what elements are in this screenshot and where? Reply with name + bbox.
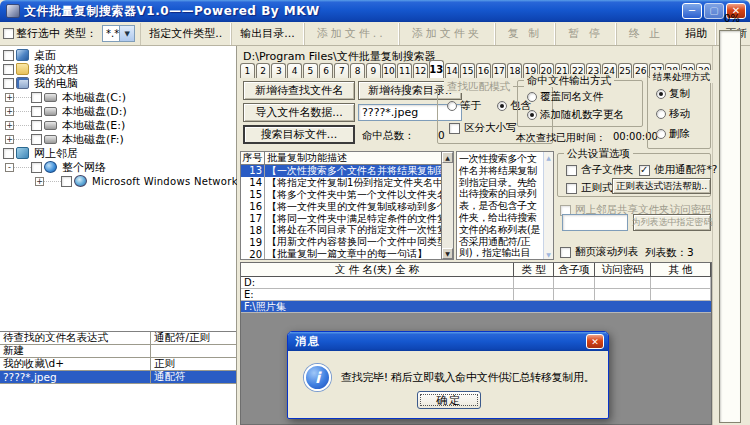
- tree-item[interactable]: 我的文档: [0, 62, 235, 76]
- tab-13[interactable]: 13: [429, 60, 444, 78]
- regex-checkbox[interactable]: [566, 183, 577, 194]
- radio-option[interactable]: 等于: [447, 99, 481, 113]
- radio-option[interactable]: 覆盖同名文件: [527, 90, 624, 104]
- tab-16[interactable]: 16: [476, 63, 491, 78]
- function-row[interactable]: 15【将多个文件夹中第一个文件以文件夹名重: [241, 189, 441, 201]
- file-table-row[interactable]: D:: [241, 277, 711, 289]
- radio-option[interactable]: 删除: [656, 127, 690, 141]
- expander-icon[interactable]: +: [5, 121, 14, 130]
- function-list-scrollbar[interactable]: ▲ ▼: [441, 152, 453, 259]
- tab-3[interactable]: 3: [271, 63, 286, 78]
- tree-item-checkbox[interactable]: [31, 106, 42, 117]
- toolbar-button[interactable]: 捐助: [676, 23, 716, 45]
- dropdown-arrow-icon[interactable]: ▼: [119, 26, 134, 41]
- pattern-row[interactable]: 我的收藏\d+正则: [0, 358, 236, 371]
- scroll-down-icon[interactable]: ▼: [442, 248, 453, 259]
- wildcard-option[interactable]: 使用通配符*?: [639, 163, 717, 177]
- function-row[interactable]: 18【将处在不同目录下的指定文件一次性复制: [241, 224, 441, 236]
- expander-icon[interactable]: +: [35, 177, 44, 186]
- tree-item-checkbox[interactable]: [3, 64, 14, 75]
- regex-help-button[interactable]: 正则表达式语法帮助..: [612, 178, 711, 194]
- tree-item-checkbox[interactable]: [3, 78, 14, 89]
- page-scroll-checkbox[interactable]: [560, 247, 571, 258]
- tab-5[interactable]: 5: [303, 63, 318, 78]
- tab-15[interactable]: 15: [460, 63, 475, 78]
- ok-button[interactable]: 确定: [417, 391, 481, 409]
- include-subfolder-option[interactable]: 含子文件夹: [566, 163, 634, 177]
- tab-6[interactable]: 6: [319, 63, 334, 78]
- desc-scroll-up-icon[interactable]: ▲: [544, 152, 553, 162]
- desc-scroll-down-icon[interactable]: ▼: [544, 249, 553, 259]
- include-subfolder-checkbox[interactable]: [566, 165, 577, 176]
- tab-4[interactable]: 4: [287, 63, 302, 78]
- tab-26[interactable]: 26: [633, 63, 648, 78]
- tab-18[interactable]: 18: [507, 63, 522, 78]
- add-filename-button[interactable]: 新增待查找文件名: [243, 81, 355, 100]
- file-table-body: D:E:F:\照片集: [241, 277, 711, 313]
- tree-item[interactable]: +本地磁盘(F:): [0, 132, 235, 146]
- minimize-button[interactable]: ─: [682, 3, 702, 19]
- regex-option[interactable]: 正则式: [566, 181, 613, 195]
- tree-item[interactable]: -整个网络: [0, 160, 235, 174]
- tree-item-checkbox[interactable]: [31, 162, 42, 173]
- function-row[interactable]: 13【一次性搜索多个文件名并将结果复制到指: [241, 165, 441, 177]
- wildcard-checkbox[interactable]: [639, 165, 650, 176]
- scroll-up-icon[interactable]: ▲: [442, 152, 453, 163]
- tree-item-checkbox[interactable]: [3, 148, 14, 159]
- toolbar-button: 添加文件..: [304, 23, 399, 45]
- tab-7[interactable]: 7: [334, 63, 349, 78]
- description-scrollbar[interactable]: ▲ ▼: [543, 152, 553, 259]
- select-whole-row-checkbox[interactable]: [3, 28, 14, 39]
- function-row[interactable]: 14【将指定文件复制1份到指定文件夹名中】: [241, 177, 441, 189]
- tab-25[interactable]: 25: [618, 63, 633, 78]
- tree-item[interactable]: 网上邻居: [0, 146, 235, 160]
- file-type-combo[interactable]: *.* ▼: [102, 25, 135, 42]
- page-scroll-option[interactable]: 翻页滚动列表: [560, 245, 638, 259]
- tree-item[interactable]: +本地磁盘(D:): [0, 104, 235, 118]
- radio-option[interactable]: 复制: [656, 87, 690, 101]
- tree-item-checkbox[interactable]: [3, 50, 14, 61]
- password-input[interactable]: [562, 214, 628, 231]
- tab-11[interactable]: 11: [397, 63, 412, 78]
- toolbar-button[interactable]: 指定文件类型..: [140, 23, 231, 45]
- toolbar-button[interactable]: 输出目录...: [231, 23, 304, 45]
- import-filenames-button[interactable]: 导入文件名数据...: [243, 103, 355, 122]
- tree-item-checkbox[interactable]: [31, 134, 42, 145]
- dialog-title-bar: 消息 ✕: [288, 332, 608, 351]
- dialog-close-button[interactable]: ✕: [586, 334, 604, 349]
- file-table-row[interactable]: F:\照片集: [241, 301, 711, 313]
- expander-icon[interactable]: -: [5, 163, 14, 172]
- function-row[interactable]: 16【将一文件夹里的文件复制或移动到多个文: [241, 201, 441, 213]
- function-row[interactable]: 17【将同一文件夹中满足特定条件的文件复制: [241, 213, 441, 225]
- tree-item[interactable]: +本地磁盘(C:): [0, 90, 235, 104]
- tree-item-checkbox[interactable]: [31, 120, 42, 131]
- case-sensitive-checkbox[interactable]: [449, 123, 460, 134]
- tab-17[interactable]: 17: [492, 63, 507, 78]
- tree-item[interactable]: 桌面: [0, 48, 235, 62]
- tab-10[interactable]: 10: [382, 63, 397, 78]
- pattern-row[interactable]: ????*.jpeg通配符: [0, 371, 236, 384]
- tree-item-checkbox[interactable]: [61, 176, 72, 187]
- expander-icon[interactable]: +: [5, 135, 14, 144]
- tab-14[interactable]: 14: [445, 63, 460, 78]
- tree-item[interactable]: +Microsoft Windows Network: [0, 174, 235, 188]
- expander-icon[interactable]: +: [5, 93, 14, 102]
- function-row[interactable]: 19【用新文件内容替换同一个文件中同类型文: [241, 236, 441, 248]
- tree-item[interactable]: 我的电脑: [0, 76, 235, 90]
- pattern-row[interactable]: 新建: [0, 345, 236, 358]
- radio-option[interactable]: 添加随机数字更名: [527, 108, 624, 122]
- tree-item[interactable]: +本地磁盘(E:): [0, 118, 235, 132]
- tab-8[interactable]: 8: [350, 63, 365, 78]
- tree-item-checkbox[interactable]: [31, 92, 42, 103]
- search-target-button[interactable]: 搜索目标文件...: [243, 125, 355, 144]
- expander-icon[interactable]: +: [5, 107, 14, 116]
- radio-option[interactable]: 移动: [656, 107, 690, 121]
- tab-1[interactable]: 1: [240, 63, 255, 78]
- function-row[interactable]: 20【批量复制一篇文章中的每一句话】: [241, 248, 441, 259]
- tab-9[interactable]: 9: [366, 63, 381, 78]
- file-table-row[interactable]: E:: [241, 289, 711, 301]
- tab-2[interactable]: 2: [256, 63, 271, 78]
- radio-label: 复制: [669, 87, 690, 101]
- tab-12[interactable]: 12: [413, 63, 428, 78]
- case-sensitive-option[interactable]: 区分大小写: [449, 121, 517, 135]
